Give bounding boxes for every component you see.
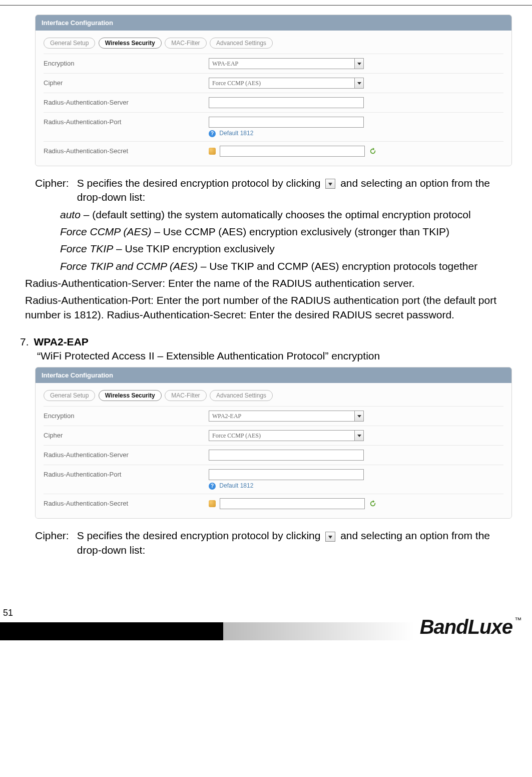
chevron-down-icon[interactable] bbox=[354, 431, 363, 441]
encryption-value: WPA-EAP bbox=[212, 60, 238, 67]
radius-server-label: Radius-Authentication-Server bbox=[44, 450, 209, 459]
radius-secret-label: Radius-Authentication-Secret bbox=[44, 498, 209, 507]
encryption-select[interactable]: WPA-EAP bbox=[209, 58, 364, 69]
page-number: 51 bbox=[3, 608, 13, 618]
page-footer: 51 BandLuxe™ bbox=[0, 605, 532, 640]
radius-port-para: Radius-Authentication-Port: Enter the po… bbox=[25, 293, 507, 322]
tab-general-setup[interactable]: General Setup bbox=[44, 390, 95, 401]
radius-port-hint: ? Default 1812 bbox=[209, 130, 503, 137]
cipher-label: Cipher bbox=[44, 430, 209, 439]
radius-port-hint: ? Default 1812 bbox=[209, 482, 503, 490]
cipher-term: Cipher: bbox=[35, 529, 69, 557]
encryption-label: Encryption bbox=[44, 411, 209, 420]
panel-title: Interface Configuration bbox=[36, 15, 511, 31]
radius-server-label: Radius-Authentication-Server bbox=[44, 97, 209, 106]
section-heading: 7. WPA2-EAP bbox=[20, 336, 512, 348]
cipher-select[interactable]: Force CCMP (AES) bbox=[209, 78, 364, 89]
panel-title: Interface Configuration bbox=[36, 367, 511, 383]
tab-wireless-security[interactable]: Wireless Security bbox=[99, 390, 162, 401]
tab-general-setup[interactable]: General Setup bbox=[44, 38, 95, 49]
interface-config-panel-1: Interface Configuration General Setup Wi… bbox=[35, 15, 512, 166]
help-icon: ? bbox=[209, 483, 216, 490]
tab-bar: General Setup Wireless Security MAC-Filt… bbox=[44, 390, 503, 401]
refresh-icon[interactable] bbox=[369, 500, 376, 507]
cipher-label: Cipher bbox=[44, 78, 209, 87]
radius-server-input[interactable] bbox=[209, 97, 364, 108]
cipher-term: Cipher: bbox=[35, 176, 69, 205]
cipher-option-auto: auto – (default setting) the system auto… bbox=[60, 208, 507, 222]
cipher-option-tkip: Force TKIP – Use TKIP encryption exclusi… bbox=[60, 242, 507, 256]
tab-bar: General Setup Wireless Security MAC-Filt… bbox=[44, 38, 503, 49]
encryption-label: Encryption bbox=[44, 58, 209, 67]
radius-secret-label: Radius-Authentication-Secret bbox=[44, 146, 209, 155]
section-description: “WiFi Protected Access II – Extensible A… bbox=[37, 349, 512, 363]
tab-advanced-settings[interactable]: Advanced Settings bbox=[210, 38, 273, 49]
help-icon: ? bbox=[209, 130, 216, 137]
radius-secret-input[interactable] bbox=[220, 498, 365, 509]
chevron-down-icon[interactable] bbox=[354, 78, 363, 88]
tab-mac-filter[interactable]: MAC-Filter bbox=[165, 38, 206, 49]
interface-config-panel-2: Interface Configuration General Setup Wi… bbox=[35, 367, 512, 519]
brand-logo: BandLuxe™ bbox=[420, 616, 521, 638]
cipher-select[interactable]: Force CCMP (AES) bbox=[209, 430, 364, 441]
tab-advanced-settings[interactable]: Advanced Settings bbox=[210, 390, 273, 401]
tab-wireless-security[interactable]: Wireless Security bbox=[99, 38, 162, 49]
radius-port-label: Radius-Authentication-Port bbox=[44, 469, 209, 478]
section-number: 7. bbox=[20, 336, 29, 348]
tab-mac-filter[interactable]: MAC-Filter bbox=[165, 390, 206, 401]
trademark-icon: ™ bbox=[514, 616, 521, 624]
radius-secret-input[interactable] bbox=[220, 146, 365, 157]
key-icon bbox=[209, 500, 216, 507]
encryption-value: WPA2-EAP bbox=[212, 413, 241, 420]
chevron-down-icon[interactable] bbox=[354, 59, 363, 69]
cipher-option-both: Force TKIP and CCMP (AES) – Use TKIP and… bbox=[60, 259, 507, 273]
dropdown-arrow-icon bbox=[325, 532, 335, 542]
encryption-select[interactable]: WPA2-EAP bbox=[209, 411, 364, 422]
cipher-value: Force CCMP (AES) bbox=[212, 432, 261, 439]
cipher-value: Force CCMP (AES) bbox=[212, 80, 261, 87]
cipher-option-ccmp: Force CCMP (AES) – Use CCMP (AES) encryp… bbox=[60, 225, 507, 239]
doc-body-2: Cipher: S pecifies the desired encryptio… bbox=[35, 529, 507, 557]
chevron-down-icon[interactable] bbox=[354, 411, 363, 421]
radius-port-input[interactable] bbox=[209, 117, 364, 128]
section-title: WPA2-EAP bbox=[34, 336, 89, 348]
radius-server-para: Radius-Authentication-Server: Enter the … bbox=[25, 276, 507, 290]
radius-port-label: Radius-Authentication-Port bbox=[44, 117, 209, 126]
refresh-icon[interactable] bbox=[369, 148, 376, 155]
radius-server-input[interactable] bbox=[209, 450, 364, 461]
doc-body: Cipher: S pecifies the desired encryptio… bbox=[35, 176, 507, 322]
cipher2-lead-a: S pecifies the desired encryption protoc… bbox=[77, 530, 321, 541]
dropdown-arrow-icon bbox=[325, 179, 335, 189]
radius-port-input[interactable] bbox=[209, 469, 364, 480]
key-icon bbox=[209, 148, 216, 155]
cipher-lead-a: S pecifies the desired encryption protoc… bbox=[77, 177, 321, 189]
